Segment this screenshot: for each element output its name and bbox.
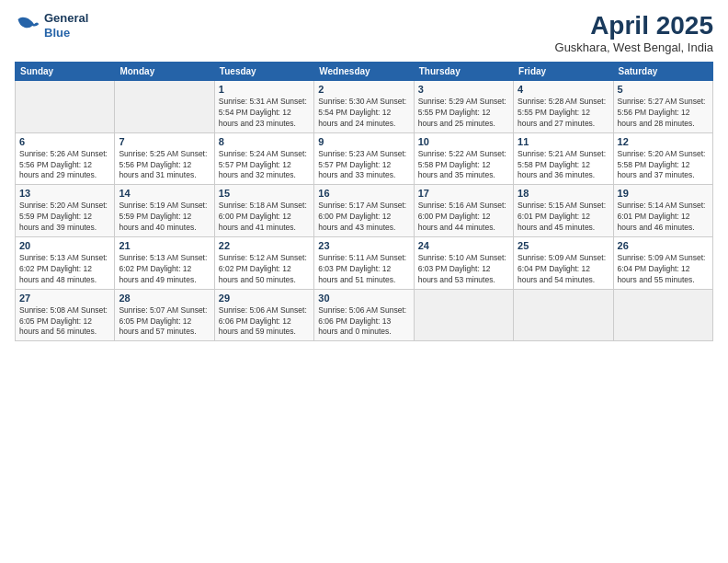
day-number: 26 (618, 240, 709, 251)
cell-info: Sunrise: 5:28 AM Sunset: 5:55 PM Dayligh… (518, 97, 609, 130)
day-number: 10 (418, 136, 509, 147)
month-title: April 2025 (555, 11, 713, 40)
cell-info: Sunrise: 5:25 AM Sunset: 5:56 PM Dayligh… (119, 149, 210, 182)
cell-info: Sunrise: 5:23 AM Sunset: 5:57 PM Dayligh… (318, 149, 409, 182)
cell-info: Sunrise: 5:09 AM Sunset: 6:04 PM Dayligh… (618, 253, 709, 286)
day-number: 29 (219, 293, 310, 304)
calendar-cell: 22Sunrise: 5:12 AM Sunset: 6:02 PM Dayli… (214, 237, 313, 290)
calendar-cell: 2Sunrise: 5:30 AM Sunset: 5:54 PM Daylig… (314, 81, 414, 133)
cell-info: Sunrise: 5:21 AM Sunset: 5:58 PM Dayligh… (518, 149, 609, 182)
cell-info: Sunrise: 5:10 AM Sunset: 6:03 PM Dayligh… (418, 253, 509, 286)
calendar-cell: 13Sunrise: 5:20 AM Sunset: 5:59 PM Dayli… (16, 185, 115, 237)
cell-info: Sunrise: 5:14 AM Sunset: 6:01 PM Dayligh… (618, 201, 709, 234)
cell-info: Sunrise: 5:06 AM Sunset: 6:06 PM Dayligh… (318, 305, 409, 339)
cell-info: Sunrise: 5:06 AM Sunset: 6:06 PM Dayligh… (219, 305, 310, 339)
col-friday: Friday (514, 63, 613, 81)
calendar-cell: 28Sunrise: 5:07 AM Sunset: 6:05 PM Dayli… (115, 289, 214, 341)
day-number: 20 (19, 240, 110, 251)
calendar-cell: 7Sunrise: 5:25 AM Sunset: 5:56 PM Daylig… (115, 132, 214, 185)
day-number: 18 (518, 188, 609, 199)
day-number: 2 (318, 84, 409, 95)
cell-info: Sunrise: 5:16 AM Sunset: 6:00 PM Dayligh… (418, 201, 509, 234)
calendar-cell (414, 289, 513, 341)
calendar-cell (613, 289, 712, 341)
day-number: 24 (418, 240, 509, 251)
calendar-cell: 12Sunrise: 5:20 AM Sunset: 5:58 PM Dayli… (613, 132, 712, 185)
calendar-cell: 14Sunrise: 5:19 AM Sunset: 5:59 PM Dayli… (115, 185, 214, 237)
day-number: 16 (318, 188, 409, 199)
col-thursday: Thursday (414, 63, 513, 81)
calendar-cell: 11Sunrise: 5:21 AM Sunset: 5:58 PM Dayli… (514, 132, 613, 185)
calendar-cell: 24Sunrise: 5:10 AM Sunset: 6:03 PM Dayli… (414, 237, 513, 290)
cell-info: Sunrise: 5:26 AM Sunset: 5:56 PM Dayligh… (19, 149, 110, 182)
cell-info: Sunrise: 5:18 AM Sunset: 6:00 PM Dayligh… (219, 201, 310, 234)
cell-info: Sunrise: 5:20 AM Sunset: 5:58 PM Dayligh… (618, 149, 709, 182)
calendar-cell: 10Sunrise: 5:22 AM Sunset: 5:58 PM Dayli… (414, 132, 513, 185)
day-number: 14 (119, 188, 210, 199)
cell-info: Sunrise: 5:13 AM Sunset: 6:02 PM Dayligh… (119, 253, 210, 286)
day-number: 1 (219, 84, 310, 95)
calendar-cell: 26Sunrise: 5:09 AM Sunset: 6:04 PM Dayli… (613, 237, 712, 290)
calendar-cell: 3Sunrise: 5:29 AM Sunset: 5:55 PM Daylig… (414, 81, 513, 133)
logo-text: General Blue (44, 11, 88, 40)
calendar-header: Sunday Monday Tuesday Wednesday Thursday… (16, 63, 713, 81)
cell-info: Sunrise: 5:15 AM Sunset: 6:01 PM Dayligh… (518, 201, 609, 234)
calendar-cell: 21Sunrise: 5:13 AM Sunset: 6:02 PM Dayli… (115, 237, 214, 290)
day-number: 5 (618, 84, 709, 95)
calendar-cell: 20Sunrise: 5:13 AM Sunset: 6:02 PM Dayli… (16, 237, 115, 290)
calendar-cell: 1Sunrise: 5:31 AM Sunset: 5:54 PM Daylig… (214, 81, 313, 133)
calendar-cell: 25Sunrise: 5:09 AM Sunset: 6:04 PM Dayli… (514, 237, 613, 290)
day-number: 28 (119, 293, 210, 304)
calendar-cell: 9Sunrise: 5:23 AM Sunset: 5:57 PM Daylig… (314, 132, 414, 185)
day-number: 25 (518, 240, 609, 251)
day-number: 21 (119, 240, 210, 251)
day-number: 11 (518, 136, 609, 147)
logo-blue: Blue (44, 26, 88, 40)
logo-icon (15, 13, 40, 39)
calendar-cell (115, 81, 214, 133)
calendar-cell: 6Sunrise: 5:26 AM Sunset: 5:56 PM Daylig… (16, 132, 115, 185)
cell-info: Sunrise: 5:19 AM Sunset: 5:59 PM Dayligh… (119, 201, 210, 234)
cell-info: Sunrise: 5:27 AM Sunset: 5:56 PM Dayligh… (618, 97, 709, 130)
week-row-5: 27Sunrise: 5:08 AM Sunset: 6:05 PM Dayli… (16, 289, 713, 341)
day-number: 9 (318, 136, 409, 147)
calendar-cell: 18Sunrise: 5:15 AM Sunset: 6:01 PM Dayli… (514, 185, 613, 237)
calendar-cell: 23Sunrise: 5:11 AM Sunset: 6:03 PM Dayli… (314, 237, 414, 290)
calendar-cell: 4Sunrise: 5:28 AM Sunset: 5:55 PM Daylig… (514, 81, 613, 133)
cell-info: Sunrise: 5:17 AM Sunset: 6:00 PM Dayligh… (318, 201, 409, 234)
day-number: 3 (418, 84, 509, 95)
col-monday: Monday (115, 63, 214, 81)
day-number: 12 (618, 136, 709, 147)
cell-info: Sunrise: 5:11 AM Sunset: 6:03 PM Dayligh… (318, 253, 409, 286)
calendar-cell: 5Sunrise: 5:27 AM Sunset: 5:56 PM Daylig… (613, 81, 712, 133)
week-row-3: 13Sunrise: 5:20 AM Sunset: 5:59 PM Dayli… (16, 185, 713, 237)
logo-general: General (44, 11, 88, 26)
day-number: 6 (19, 136, 110, 147)
header-row: Sunday Monday Tuesday Wednesday Thursday… (16, 63, 713, 81)
title-block: April 2025 Guskhara, West Bengal, India (555, 11, 713, 54)
day-number: 8 (219, 136, 310, 147)
day-number: 15 (219, 188, 310, 199)
calendar-cell (16, 81, 115, 133)
calendar-cell: 19Sunrise: 5:14 AM Sunset: 6:01 PM Dayli… (613, 185, 712, 237)
calendar-cell: 29Sunrise: 5:06 AM Sunset: 6:06 PM Dayli… (214, 289, 313, 341)
week-row-4: 20Sunrise: 5:13 AM Sunset: 6:02 PM Dayli… (16, 237, 713, 290)
day-number: 23 (318, 240, 409, 251)
calendar-cell: 27Sunrise: 5:08 AM Sunset: 6:05 PM Dayli… (16, 289, 115, 341)
cell-info: Sunrise: 5:30 AM Sunset: 5:54 PM Dayligh… (318, 97, 409, 130)
week-row-2: 6Sunrise: 5:26 AM Sunset: 5:56 PM Daylig… (16, 132, 713, 185)
cell-info: Sunrise: 5:20 AM Sunset: 5:59 PM Dayligh… (19, 201, 110, 234)
cell-info: Sunrise: 5:09 AM Sunset: 6:04 PM Dayligh… (518, 253, 609, 286)
cell-info: Sunrise: 5:13 AM Sunset: 6:02 PM Dayligh… (19, 253, 110, 286)
subtitle: Guskhara, West Bengal, India (555, 40, 713, 54)
cell-info: Sunrise: 5:07 AM Sunset: 6:05 PM Dayligh… (119, 305, 210, 339)
day-number: 19 (618, 188, 709, 199)
col-sunday: Sunday (16, 63, 115, 81)
cell-info: Sunrise: 5:24 AM Sunset: 5:57 PM Dayligh… (219, 149, 310, 182)
header: General Blue April 2025 Guskhara, West B… (15, 11, 713, 54)
day-number: 7 (119, 136, 210, 147)
week-row-1: 1Sunrise: 5:31 AM Sunset: 5:54 PM Daylig… (16, 81, 713, 133)
day-number: 13 (19, 188, 110, 199)
day-number: 22 (219, 240, 310, 251)
calendar-cell (514, 289, 613, 341)
